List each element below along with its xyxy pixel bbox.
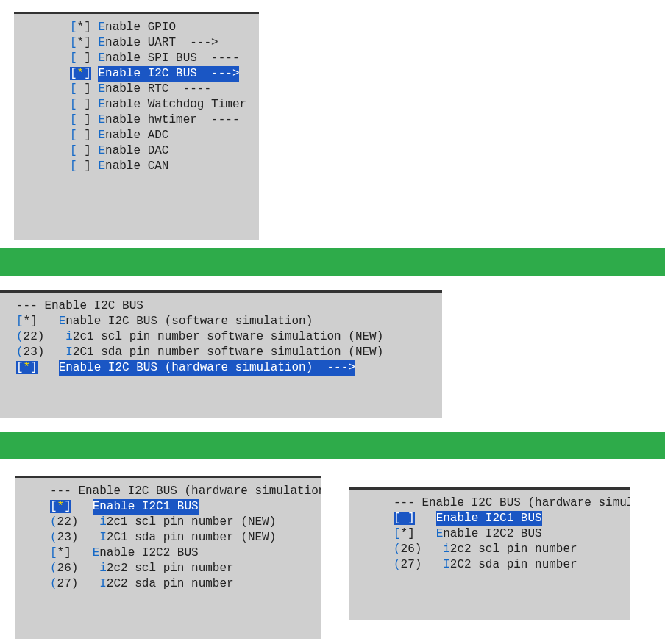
bracket-close: ]: [408, 527, 415, 540]
menu-item[interactable]: (26) i2c2 scl pin number: [394, 542, 620, 557]
menu-label: nable UART: [105, 36, 176, 49]
menu-label: nable I2C1 BUS: [443, 512, 541, 525]
hotkey: E: [98, 21, 105, 34]
hotkey: E: [59, 361, 66, 374]
menu-item[interactable]: [ ] Enable ADC: [70, 128, 249, 143]
paren-close: ): [71, 562, 79, 575]
menu-item[interactable]: [*] Enable GPIO: [70, 20, 249, 35]
hotkey: E: [98, 36, 105, 49]
bracket-open: [: [70, 67, 77, 80]
value-number: 26: [401, 543, 415, 556]
bracket-open: [: [70, 160, 77, 173]
checkbox-mark: [401, 512, 408, 525]
hotkey: E: [98, 129, 105, 142]
menu-label: nable I2C BUS (hardware simulation) --->: [65, 361, 355, 374]
bracket-close: ]: [84, 98, 91, 111]
menu-item[interactable]: [ ] Enable SPI BUS ----: [70, 51, 249, 66]
bracket-open: [: [16, 315, 24, 328]
menu-item[interactable]: [ ] Enable RTC ----: [70, 82, 249, 97]
checkbox-mark: *: [57, 546, 65, 559]
hotkey: i: [65, 330, 73, 343]
menu-item[interactable]: [ ] Enable hwtimer ----: [70, 112, 249, 128]
checkbox-mark: *: [24, 361, 31, 374]
bracket-open: [: [70, 82, 77, 96]
bracket-open: [: [394, 527, 401, 540]
menu-label: nable ADC: [105, 129, 168, 142]
menu-item[interactable]: (23) I2C1 sda pin number software simula…: [16, 345, 432, 360]
paren-close: ): [38, 346, 45, 359]
bracket-close: ]: [84, 129, 91, 142]
menu-item[interactable]: (22) i2c1 scl pin number software simula…: [16, 329, 432, 345]
menu-label: 2C2 sda pin number: [107, 577, 234, 590]
bracket-open: [: [70, 36, 77, 49]
menu-label: nable SPI BUS: [105, 51, 197, 65]
bracket-close: ]: [84, 51, 91, 65]
hotkey: I: [99, 531, 107, 544]
menu-label: nable GPIO: [105, 21, 176, 34]
menu-item[interactable]: [*] Enable I2C BUS (hardware simulation)…: [16, 360, 432, 376]
hotkey: I: [443, 558, 450, 571]
menu-item[interactable]: (23) I2C1 sda pin number (NEW): [50, 530, 310, 545]
checkbox-mark: *: [57, 500, 65, 513]
bracket-close: ]: [84, 82, 91, 96]
paren-close: ): [415, 558, 422, 571]
menu-item[interactable]: (27) I2C2 sda pin number: [50, 576, 310, 592]
bracket-close: ]: [64, 546, 71, 559]
paren-open: (: [50, 577, 57, 590]
bracket-open: [: [70, 21, 77, 34]
menu-item[interactable]: [ ] Enable DAC: [70, 143, 249, 159]
menu-item[interactable]: (22) i2c1 scl pin number (NEW): [50, 515, 310, 530]
panel-header: --- Enable I2C BUS (hardware simul: [394, 495, 620, 511]
hotkey: E: [59, 315, 66, 328]
hotkey: E: [98, 67, 105, 80]
menu-item[interactable]: [*] Enable UART --->: [70, 35, 249, 51]
menu-item[interactable]: [*] Enable I2C1 BUS: [50, 499, 310, 515]
menu-label: 2c1 scl pin number (NEW): [107, 515, 276, 529]
hotkey: E: [98, 51, 105, 65]
menu-label: 2C1 sda pin number software simulation (…: [73, 346, 383, 359]
checkbox-mark: [77, 98, 85, 111]
menu-item[interactable]: [*] Enable I2C BUS (software simulation): [16, 314, 432, 329]
hotkey: i: [99, 515, 107, 529]
menu-label: nable I2C2 BUS: [443, 527, 541, 540]
menu-label: nable I2C1 BUS: [99, 500, 198, 513]
menu-item[interactable]: (26) i2c2 scl pin number: [50, 561, 310, 576]
value-number: 22: [57, 515, 71, 529]
menuconfig-panel-i2c-hw-a: --- Enable I2C BUS (hardware simulation)…: [15, 476, 321, 639]
hotkey: E: [98, 98, 105, 111]
paren-open: (: [50, 531, 57, 544]
bracket-close: ]: [30, 361, 38, 374]
hotkey: E: [93, 500, 100, 513]
menu-item[interactable]: (27) I2C2 sda pin number: [394, 557, 620, 573]
menu-item[interactable]: [ ] Enable I2C1 BUS: [394, 511, 620, 526]
paren-open: (: [394, 543, 401, 556]
menu-item[interactable]: [ ] Enable CAN: [70, 159, 249, 174]
bracket-close: ]: [408, 512, 415, 525]
checkbox-mark: [77, 82, 85, 96]
bracket-open: [: [50, 500, 57, 513]
bracket-close: ]: [84, 21, 91, 34]
menu-label: 2C1 sda pin number (NEW): [107, 531, 276, 544]
menu-item[interactable]: [*] Enable I2C2 BUS: [394, 526, 620, 542]
separator-bar-2: [0, 432, 665, 459]
separator-bar-1: [0, 248, 665, 276]
hotkey: I: [65, 346, 73, 359]
hotkey: E: [98, 144, 105, 157]
menu-label: nable I2C2 BUS: [99, 546, 198, 559]
menu-item[interactable]: [*] Enable I2C2 BUS: [50, 545, 310, 561]
paren-open: (: [394, 558, 401, 571]
checkbox-mark: *: [77, 67, 85, 80]
paren-close: ): [71, 515, 79, 529]
hotkey: E: [436, 527, 444, 540]
menu-label: 2c2 scl pin number: [107, 562, 234, 575]
submenu-arrow-icon: ----: [168, 82, 211, 96]
menu-item[interactable]: [*] Enable I2C BUS --->: [70, 66, 249, 82]
menu-label: nable RTC: [105, 82, 168, 96]
bracket-open: [: [16, 361, 24, 374]
bracket-open: [: [70, 129, 77, 142]
menu-item[interactable]: [ ] Enable Watchdog Timer: [70, 97, 249, 112]
bracket-close: ]: [64, 500, 71, 513]
paren-close: ): [38, 330, 45, 343]
hotkey: i: [443, 543, 450, 556]
paren-open: (: [16, 330, 24, 343]
